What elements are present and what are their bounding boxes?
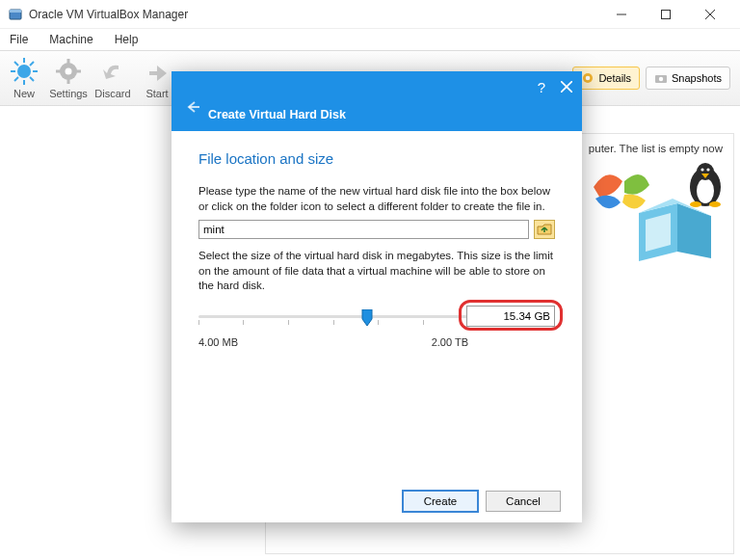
svg-marker-28 — [646, 213, 671, 252]
folder-up-icon — [537, 223, 552, 236]
size-description: Select the size of the virtual hard disk… — [198, 249, 555, 294]
size-input[interactable] — [466, 306, 555, 327]
menubar: File Machine Help — [0, 29, 740, 50]
svg-rect-3 — [662, 10, 671, 18]
back-arrow-icon[interactable] — [185, 100, 200, 118]
menu-machine[interactable]: Machine — [45, 31, 96, 48]
svg-point-33 — [706, 168, 709, 171]
svg-line-12 — [30, 77, 34, 81]
size-slider[interactable] — [198, 307, 468, 333]
header-tabs: Details Snapshots — [572, 67, 738, 90]
slider-max-label: 2.00 TB — [432, 336, 468, 348]
create-disk-dialog: Create Virtual Hard Disk ? File location… — [172, 71, 582, 522]
slider-min-label: 4.00 MB — [198, 336, 238, 348]
section-title: File location and size — [198, 150, 555, 167]
app-icon — [8, 7, 23, 22]
file-row — [198, 220, 555, 239]
virtualbox-illustration — [586, 160, 730, 266]
toolbar-start-label: Start — [145, 88, 168, 99]
toolbar-new[interactable]: New — [2, 51, 46, 105]
svg-rect-20 — [76, 70, 81, 73]
browse-folder-button[interactable] — [534, 220, 555, 239]
empty-list-text: puter. The list is empty now — [589, 143, 723, 154]
toolbar-discard[interactable]: Discard — [91, 51, 135, 105]
menu-help[interactable]: Help — [111, 31, 143, 48]
details-icon — [581, 71, 595, 85]
toolbar-discard-label: Discard — [94, 88, 130, 99]
main-titlebar: Oracle VM VirtualBox Manager — [0, 0, 740, 29]
slider-thumb[interactable] — [360, 309, 372, 325]
dialog-controls: ? — [538, 79, 572, 95]
cancel-button[interactable]: Cancel — [486, 491, 561, 512]
toolbar-settings[interactable]: Settings — [46, 51, 91, 105]
svg-line-14 — [14, 77, 18, 81]
dialog-title: Create Virtual Hard Disk — [187, 108, 346, 121]
svg-point-32 — [700, 168, 703, 171]
dialog-footer: Create Cancel — [172, 480, 582, 522]
svg-point-24 — [659, 77, 663, 81]
sun-icon — [10, 57, 39, 86]
tab-snapshots[interactable]: Snapshots — [646, 67, 730, 90]
svg-rect-18 — [67, 79, 70, 84]
gear-icon — [54, 57, 83, 86]
svg-point-6 — [17, 65, 31, 78]
svg-point-16 — [66, 68, 72, 75]
window-title: Oracle VM VirtualBox Manager — [29, 8, 188, 21]
camera-icon — [654, 71, 668, 85]
close-button[interactable] — [688, 0, 732, 29]
menu-file[interactable]: File — [6, 31, 32, 48]
toolbar-settings-label: Settings — [49, 88, 88, 99]
location-description: Please type the name of the new virtual … — [198, 184, 555, 214]
tab-details-label: Details — [598, 72, 631, 84]
svg-marker-26 — [677, 203, 711, 258]
dialog-body: File location and size Please type the n… — [172, 131, 582, 480]
tab-details[interactable]: Details — [572, 67, 640, 90]
svg-point-34 — [690, 201, 701, 207]
help-icon[interactable]: ? — [538, 79, 545, 95]
filename-input[interactable] — [198, 220, 529, 239]
svg-point-22 — [586, 76, 591, 81]
svg-rect-17 — [67, 59, 70, 64]
close-icon[interactable] — [561, 79, 572, 95]
svg-point-30 — [697, 178, 714, 203]
toolbar-new-label: New — [13, 88, 35, 99]
svg-line-13 — [30, 62, 34, 66]
start-arrow-icon — [143, 57, 172, 86]
window-controls — [599, 0, 732, 29]
svg-point-35 — [709, 201, 721, 207]
minimize-button[interactable] — [599, 0, 644, 29]
dialog-header: Create Virtual Hard Disk ? — [172, 71, 582, 131]
svg-line-11 — [14, 62, 18, 66]
maximize-button[interactable] — [644, 0, 688, 29]
slider-labels: 4.00 MB 2.00 TB — [198, 336, 468, 348]
discard-arrow-icon — [98, 57, 127, 86]
create-button[interactable]: Create — [403, 491, 478, 512]
svg-rect-1 — [10, 10, 21, 13]
svg-rect-19 — [56, 70, 61, 73]
tab-snapshots-label: Snapshots — [672, 72, 722, 84]
size-slider-row: 4.00 MB 2.00 TB — [198, 307, 555, 348]
